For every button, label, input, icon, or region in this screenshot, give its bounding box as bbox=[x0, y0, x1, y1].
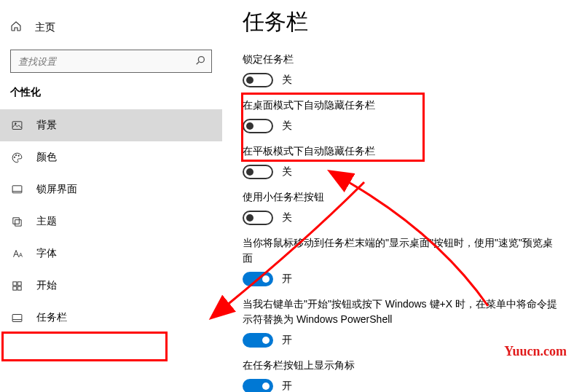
svg-point-0 bbox=[198, 57, 204, 63]
toggle-switch[interactable] bbox=[243, 165, 273, 179]
nav-label: 任务栏 bbox=[36, 311, 67, 324]
toggle-switch[interactable] bbox=[243, 379, 273, 392]
toggle-state-text: 开 bbox=[282, 334, 292, 347]
setting-label: 在任务栏按钮上显示角标 bbox=[243, 358, 561, 373]
sidebar-item-lockscreen[interactable]: 锁屏界面 bbox=[0, 173, 222, 205]
toggle-state-text: 关 bbox=[282, 165, 292, 179]
page-title: 任务栏 bbox=[243, 7, 561, 37]
toggle-state-text: 关 bbox=[282, 74, 292, 87]
toggle-switch[interactable] bbox=[243, 333, 273, 348]
theme-icon bbox=[10, 216, 23, 228]
setting-6: 在任务栏按钮上显示角标开 bbox=[243, 358, 561, 392]
nav-label: 颜色 bbox=[36, 151, 57, 164]
main-content: 任务栏 锁定任务栏关在桌面模式下自动隐藏任务栏关在平板模式下自动隐藏任务栏关使用… bbox=[222, 0, 574, 392]
svg-rect-11 bbox=[17, 286, 21, 290]
home-label: 主页 bbox=[35, 21, 55, 34]
home-icon bbox=[10, 20, 22, 35]
sidebar: 主页 个性化 背景 颜色 锁屏界面 主题 字体 bbox=[0, 0, 222, 392]
toggle-switch[interactable] bbox=[243, 73, 273, 87]
svg-rect-9 bbox=[17, 281, 21, 285]
nav-label: 背景 bbox=[36, 119, 57, 132]
setting-label: 在桌面模式下自动隐藏任务栏 bbox=[243, 98, 561, 113]
search-icon bbox=[194, 55, 206, 69]
sidebar-item-start[interactable]: 开始 bbox=[0, 270, 222, 302]
setting-4: 当你将鼠标移动到任务栏末端的"显示桌面"按钮时，使用"速览"预览桌面开 bbox=[243, 235, 561, 286]
sidebar-item-taskbar[interactable]: 任务栏 bbox=[0, 302, 222, 334]
svg-point-6 bbox=[17, 154, 18, 155]
svg-rect-10 bbox=[12, 286, 16, 290]
toggle-switch[interactable] bbox=[243, 211, 273, 225]
svg-line-1 bbox=[197, 62, 199, 64]
toggle-state-text: 关 bbox=[282, 211, 292, 224]
setting-label: 当你将鼠标移动到任务栏末端的"显示桌面"按钮时，使用"速览"预览桌面 bbox=[243, 235, 561, 266]
nav-label: 锁屏界面 bbox=[36, 183, 77, 196]
nav-label: 开始 bbox=[36, 279, 57, 292]
svg-point-3 bbox=[15, 122, 16, 124]
svg-point-5 bbox=[15, 154, 16, 155]
nav-label: 主题 bbox=[36, 215, 57, 228]
watermark: Yuucn.com bbox=[504, 344, 567, 359]
sidebar-item-themes[interactable]: 主题 bbox=[0, 205, 222, 238]
toggle-switch[interactable] bbox=[243, 272, 273, 286]
setting-label: 使用小任务栏按钮 bbox=[243, 189, 561, 205]
lockscreen-icon bbox=[10, 184, 23, 196]
setting-label: 在平板模式下自动隐藏任务栏 bbox=[243, 144, 561, 159]
svg-rect-8 bbox=[12, 281, 16, 285]
setting-1: 在桌面模式下自动隐藏任务栏关 bbox=[243, 98, 561, 133]
taskbar-icon bbox=[10, 312, 23, 324]
font-icon bbox=[10, 248, 23, 260]
setting-label: 当我右键单击"开始"按钮或按下 Windows 键+X 时，在菜单中将命令提示符… bbox=[243, 297, 561, 327]
toggle-state-text: 关 bbox=[282, 119, 292, 133]
home-link[interactable]: 主页 bbox=[0, 20, 222, 50]
toggle-state-text: 开 bbox=[282, 273, 292, 286]
svg-rect-7 bbox=[12, 185, 22, 192]
nav-label: 字体 bbox=[36, 247, 57, 260]
sidebar-item-colors[interactable]: 颜色 bbox=[0, 141, 222, 173]
svg-rect-12 bbox=[12, 314, 22, 321]
search-input[interactable] bbox=[10, 50, 212, 73]
setting-3: 使用小任务栏按钮关 bbox=[243, 189, 561, 225]
svg-point-4 bbox=[14, 157, 15, 157]
palette-icon bbox=[10, 152, 23, 164]
setting-5: 当我右键单击"开始"按钮或按下 Windows 键+X 时，在菜单中将命令提示符… bbox=[243, 297, 561, 348]
search-box[interactable] bbox=[10, 50, 212, 73]
setting-2: 在平板模式下自动隐藏任务栏关 bbox=[243, 144, 561, 179]
sidebar-item-fonts[interactable]: 字体 bbox=[0, 238, 222, 270]
start-icon bbox=[10, 280, 23, 292]
setting-0: 锁定任务栏关 bbox=[243, 52, 561, 87]
toggle-switch[interactable] bbox=[243, 119, 273, 133]
section-title: 个性化 bbox=[0, 86, 222, 109]
setting-label: 锁定任务栏 bbox=[243, 52, 561, 67]
picture-icon bbox=[10, 119, 23, 132]
toggle-state-text: 开 bbox=[282, 380, 292, 392]
sidebar-item-background[interactable]: 背景 bbox=[0, 109, 222, 141]
